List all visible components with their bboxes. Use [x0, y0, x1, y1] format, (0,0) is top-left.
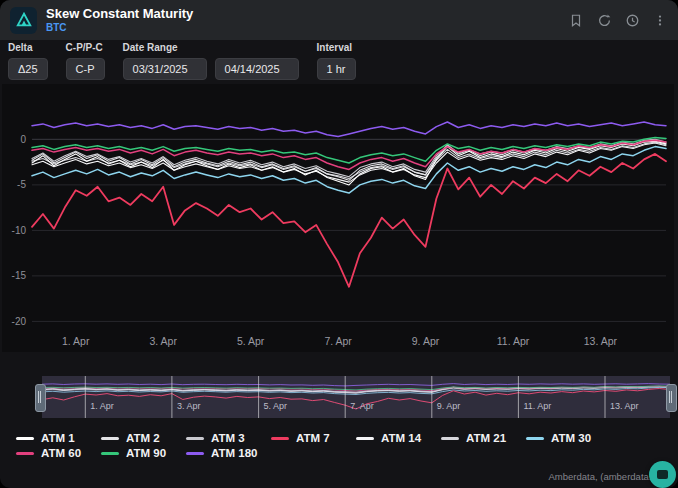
- y-axis-tick-label: -15: [12, 270, 27, 281]
- legend-item-atm-2[interactable]: ATM 2: [101, 432, 186, 444]
- main-chart[interactable]: 0-5-10-15-201. Apr3. Apr5. Apr7. Apr9. A…: [2, 84, 674, 352]
- navigator-tick-label: 5. Apr: [264, 401, 288, 411]
- legend-dash-icon: [16, 437, 34, 440]
- legend-label: ATM 60: [41, 447, 81, 459]
- legend-row: ATM 60ATM 90ATM 180: [16, 447, 662, 459]
- legend-item-atm-21[interactable]: ATM 21: [441, 432, 526, 444]
- x-axis-tick-label: 7. Apr: [324, 335, 352, 347]
- legend-dash-icon: [186, 437, 204, 440]
- delta-label: Delta: [8, 42, 48, 53]
- legend-item-atm-30[interactable]: ATM 30: [526, 432, 611, 444]
- legend-item-atm-7[interactable]: ATM 7: [271, 432, 356, 444]
- legend-item-atm-90[interactable]: ATM 90: [101, 447, 186, 459]
- navigator-tick-label: 9. Apr: [437, 401, 461, 411]
- chat-widget-button[interactable]: [649, 461, 676, 488]
- navigator-right-handle[interactable]: [666, 384, 677, 412]
- legend-label: ATM 90: [126, 447, 166, 459]
- x-axis-tick-label: 1. Apr: [62, 335, 90, 347]
- kebab-menu-icon[interactable]: [652, 12, 668, 28]
- navigator-tick-label: 3. Apr: [177, 401, 201, 411]
- legend-dash-icon: [16, 452, 34, 455]
- header: Skew Constant Maturity BTC: [0, 0, 678, 40]
- header-icon-bar: [568, 12, 668, 28]
- skew-chart-canvas[interactable]: 0-5-10-15-201. Apr3. Apr5. Apr7. Apr9. A…: [2, 84, 674, 352]
- date-range-label: Date Range: [123, 42, 299, 53]
- controls-bar: Delta Δ25 C-P/P-C C-P Date Range 03/31/2…: [8, 42, 670, 80]
- delta-select[interactable]: Δ25: [8, 58, 48, 80]
- legend-dash-icon: [271, 437, 289, 440]
- y-axis-tick-label: -20: [12, 316, 27, 327]
- asset-label[interactable]: BTC: [46, 22, 193, 34]
- range-navigator[interactable]: 1. Apr3. Apr5. Apr7. Apr9. Apr11. Apr13.…: [42, 376, 670, 418]
- x-axis-tick-label: 13. Apr: [584, 335, 618, 347]
- legend-dash-icon: [526, 437, 544, 440]
- title-block: Skew Constant Maturity BTC: [46, 7, 193, 33]
- x-axis-tick-label: 5. Apr: [237, 335, 265, 347]
- legend-label: ATM 2: [126, 432, 160, 444]
- x-axis-tick-label: 3. Apr: [149, 335, 177, 347]
- cp-pc-select[interactable]: C-P: [66, 58, 105, 80]
- legend-label: ATM 180: [211, 447, 257, 459]
- legend-label: ATM 14: [381, 432, 421, 444]
- legend-row: ATM 1ATM 2ATM 3ATM 7ATM 14ATM 21ATM 30: [16, 432, 662, 444]
- bookmark-icon[interactable]: [568, 12, 584, 28]
- x-axis-tick-label: 9. Apr: [412, 335, 440, 347]
- navigator-selection-mask: [42, 376, 670, 418]
- y-axis-tick-label: 0: [20, 134, 26, 145]
- navigator-tick-label: 11. Apr: [523, 401, 551, 411]
- amberdata-logo-icon[interactable]: [10, 7, 37, 34]
- cp-pc-label: C-P/P-C: [66, 42, 105, 53]
- page-title: Skew Constant Maturity: [46, 7, 193, 22]
- history-icon[interactable]: [624, 12, 640, 28]
- logo-triangle-icon: [15, 11, 33, 29]
- legend-label: ATM 1: [41, 432, 75, 444]
- interval-control: Interval 1 hr: [317, 42, 356, 80]
- cp-pc-control: C-P/P-C C-P: [66, 42, 105, 80]
- legend-item-atm-14[interactable]: ATM 14: [356, 432, 441, 444]
- interval-label: Interval: [317, 42, 356, 53]
- legend-dash-icon: [186, 452, 204, 455]
- delta-control: Delta Δ25: [8, 42, 48, 80]
- start-date-input[interactable]: 03/31/2025: [123, 58, 207, 80]
- date-range-control: Date Range 03/31/2025 04/14/2025: [123, 42, 299, 80]
- legend-item-atm-3[interactable]: ATM 3: [186, 432, 271, 444]
- interval-select[interactable]: 1 hr: [317, 58, 356, 80]
- legend-label: ATM 21: [466, 432, 506, 444]
- legend-label: ATM 3: [211, 432, 245, 444]
- navigator-tick-label: 13. Apr: [610, 401, 639, 411]
- refresh-icon[interactable]: [596, 12, 612, 28]
- navigator-left-handle[interactable]: [35, 384, 46, 412]
- legend-item-atm-180[interactable]: ATM 180: [186, 447, 271, 459]
- y-axis-tick-label: -5: [17, 179, 26, 190]
- legend-item-atm-1[interactable]: ATM 1: [16, 432, 101, 444]
- navigator-tick-label: 7. Apr: [350, 401, 374, 411]
- chat-bubble-icon: [657, 470, 668, 479]
- legend-dash-icon: [441, 437, 459, 440]
- legend-label: ATM 30: [551, 432, 591, 444]
- legend: ATM 1ATM 2ATM 3ATM 7ATM 14ATM 21ATM 30AT…: [16, 432, 662, 462]
- legend-dash-icon: [356, 437, 374, 440]
- app-window: Skew Constant Maturity BTC Delta Δ25 C-P…: [0, 0, 678, 488]
- y-axis-tick-label: -10: [12, 225, 27, 236]
- legend-dash-icon: [101, 452, 119, 455]
- end-date-input[interactable]: 04/14/2025: [215, 58, 299, 80]
- attribution: Amberdata, (amberdata.io): [548, 471, 662, 482]
- navigator-canvas[interactable]: 1. Apr3. Apr5. Apr7. Apr9. Apr11. Apr13.…: [42, 376, 670, 418]
- legend-dash-icon: [101, 437, 119, 440]
- legend-label: ATM 7: [296, 432, 330, 444]
- navigator-tick-label: 1. Apr: [90, 401, 114, 411]
- legend-item-atm-60[interactable]: ATM 60: [16, 447, 101, 459]
- x-axis-tick-label: 11. Apr: [497, 335, 530, 347]
